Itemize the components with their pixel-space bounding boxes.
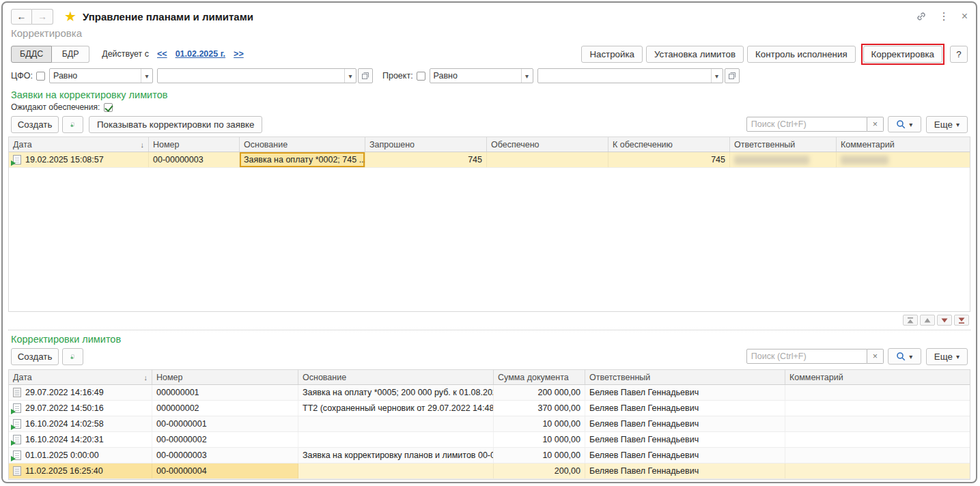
adjustments-more-button[interactable]: Еще ▾: [926, 348, 968, 365]
scroll-up-button[interactable]: [920, 315, 935, 326]
chevron-down-icon[interactable]: ▾: [141, 69, 152, 83]
adjustments-table-row[interactable]: 29.07.2022 14:16:49 000000001 Заявка на …: [9, 385, 970, 401]
copy-link-icon[interactable]: [916, 11, 927, 22]
project-label: Проект:: [382, 71, 413, 81]
cell-to-provide: 745: [608, 152, 730, 167]
column-header-basis[interactable]: Основание: [240, 137, 365, 152]
column-header-requested[interactable]: Запрошено: [365, 137, 487, 152]
requests-more-button[interactable]: Еще ▾: [926, 116, 968, 133]
help-button[interactable]: ?: [950, 46, 968, 63]
column-header-date[interactable]: Дата ↓: [9, 370, 152, 384]
cell-amount: 10 000,00: [494, 448, 585, 463]
forward-button[interactable]: →: [32, 9, 53, 25]
cell-date: 16.10.2024 14:02:58: [25, 419, 104, 429]
period-label: Действует с: [102, 49, 149, 59]
posted-document-icon: [13, 419, 21, 429]
column-header-number[interactable]: Номер: [152, 370, 298, 384]
scroll-to-top-button[interactable]: [903, 315, 918, 326]
chevron-down-icon[interactable]: ▾: [711, 69, 723, 83]
arrow-top-icon: [906, 317, 914, 324]
cell-amount: 10 000,00: [494, 416, 585, 431]
scroll-to-bottom-button[interactable]: [954, 315, 969, 326]
requests-search-input[interactable]: [746, 117, 867, 132]
saved-document-icon: [13, 388, 21, 397]
create-adjustment-button[interactable]: Создать: [11, 348, 59, 365]
column-header-responsible[interactable]: Ответственный: [585, 370, 785, 384]
requests-table-row[interactable]: 19.02.2025 15:08:57 00-00000003 Заявка н…: [9, 152, 970, 168]
awaiting-checkbox[interactable]: [104, 103, 113, 112]
adjustments-table-row[interactable]: 29.07.2022 14:50:16 000000002 ТТ2 (сохра…: [9, 401, 970, 416]
favorite-star-icon[interactable]: ★: [64, 10, 76, 23]
period-prev-link[interactable]: <<: [157, 49, 167, 59]
cell-responsible: Беляев Павел Геннадьевич: [585, 416, 785, 431]
column-header-basis[interactable]: Основание: [298, 370, 494, 384]
column-header-provided[interactable]: Обеспечено: [487, 137, 608, 152]
cell-basis: [298, 463, 494, 478]
cfo-value-combobox[interactable]: ▾: [157, 68, 356, 83]
create-by-copy-button[interactable]: [62, 348, 83, 365]
adjustments-table-row[interactable]: 01.01.2025 0:00:00 00-00000003 Заявка на…: [9, 448, 970, 463]
cfo-checkbox[interactable]: [36, 72, 45, 81]
cell-responsible: Беляев Павел Геннадьевич: [585, 385, 785, 400]
mode-button-control[interactable]: Контроль исполнения: [747, 46, 856, 63]
project-open-button[interactable]: [725, 68, 740, 83]
project-value-combobox[interactable]: ▾: [537, 68, 723, 83]
column-header-comment[interactable]: Комментарий: [837, 137, 970, 152]
column-header-number[interactable]: Номер: [149, 137, 240, 152]
saved-document-icon: [13, 466, 21, 476]
adjustments-table: Дата ↓ Номер Основание Сумма документа О…: [8, 369, 970, 480]
title-bar: ← → ★ Управление планами и лимитами ⋮ ×: [3, 3, 976, 25]
chevron-down-icon: ▾: [956, 353, 960, 360]
cell-basis: [298, 432, 494, 447]
search-button[interactable]: ▾: [888, 116, 921, 132]
search-clear-button[interactable]: ×: [867, 117, 884, 132]
tab-bdr[interactable]: БДР: [52, 46, 89, 63]
cell-comment: [785, 401, 970, 416]
adjustments-table-row[interactable]: 16.10.2024 14:02:58 00-00000001 10 000,0…: [9, 416, 970, 432]
filter-row: ЦФО: Равно ▾ ▾ Проект: Равно ▾ ▾: [3, 68, 976, 84]
column-header-date[interactable]: Дата ↓: [9, 137, 149, 152]
close-icon[interactable]: ×: [962, 10, 968, 23]
back-button[interactable]: ←: [11, 9, 32, 25]
requests-table-header: Дата ↓ Номер Основание Запрошено Обеспеч…: [9, 137, 970, 152]
cfo-open-button[interactable]: [358, 68, 373, 83]
create-by-copy-button[interactable]: [62, 116, 83, 133]
requests-table-empty-area[interactable]: [9, 168, 970, 311]
section-divider: [8, 330, 970, 330]
cell-number: 000000002: [152, 401, 298, 416]
create-request-button[interactable]: Создать: [11, 116, 59, 133]
tab-bdds[interactable]: БДДС: [11, 46, 52, 63]
budget-view-switch: БДДС БДР: [11, 46, 89, 63]
column-header-amount[interactable]: Сумма документа: [494, 370, 585, 384]
more-menu-icon[interactable]: ⋮: [939, 10, 949, 23]
project-checkbox[interactable]: [417, 72, 425, 81]
period-next-link[interactable]: >>: [234, 49, 244, 59]
cell-comment: [785, 385, 970, 400]
cfo-condition-select[interactable]: Равно ▾: [49, 68, 153, 83]
cell-number: 00-00000002: [152, 432, 298, 447]
posted-document-icon: [13, 435, 21, 444]
mode-button-adjustment[interactable]: Корректировка: [863, 46, 942, 63]
chevron-down-icon[interactable]: ▾: [521, 69, 533, 83]
cell-requested: 745: [365, 152, 487, 167]
period-date-link[interactable]: 01.02.2025 г.: [176, 49, 225, 59]
show-adjustments-by-request-button[interactable]: Показывать корректировки по заявке: [89, 116, 262, 133]
mode-button-set-limits[interactable]: Установка лимитов: [646, 46, 744, 63]
search-icon: [896, 119, 906, 129]
cell-basis: [298, 416, 494, 431]
column-header-to-provide[interactable]: К обеспечению: [608, 137, 730, 152]
app-window: ← → ★ Управление планами и лимитами ⋮ × …: [1, 1, 977, 483]
search-button[interactable]: ▾: [888, 348, 921, 364]
column-header-comment[interactable]: Комментарий: [785, 370, 970, 384]
project-condition-select[interactable]: Равно ▾: [430, 68, 533, 83]
mode-button-settings[interactable]: Настройка: [581, 46, 643, 63]
search-clear-button[interactable]: ×: [867, 349, 884, 364]
adjustments-search-input[interactable]: [746, 349, 867, 364]
scroll-down-button[interactable]: [937, 315, 952, 326]
adjustments-table-row[interactable]: 16.10.2024 14:20:31 00-00000002 10 000,0…: [9, 432, 970, 448]
cell-basis-selected[interactable]: Заявка на оплату *0002; 745 ...: [240, 152, 365, 167]
chevron-down-icon[interactable]: ▾: [344, 69, 356, 83]
column-header-responsible[interactable]: Ответственный: [730, 137, 837, 152]
cell-date: 19.02.2025 15:08:57: [9, 152, 149, 167]
adjustments-table-row-selected[interactable]: 11.02.2025 16:25:40 00-00000004 200,00 Б…: [9, 463, 970, 479]
